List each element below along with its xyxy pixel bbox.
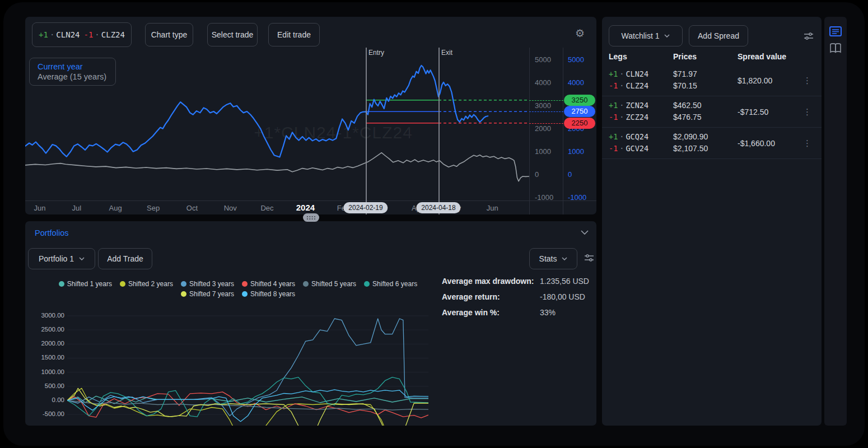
legend-item-label: Shifted 7 years [189,290,234,298]
stats-label: Stats [539,254,557,263]
legend-item[interactable]: Shifted 6 years [364,280,417,288]
y-axis-label-blue: 4000 [568,78,596,87]
watchlist-select-button[interactable]: Watchlist 1 [609,25,683,46]
legend-item[interactable]: Shifted 2 years [120,280,173,288]
legend-item[interactable]: Shifted 4 years [242,280,295,288]
watchlist-legs: +1·ZCN24-1·ZCZ24 [609,100,648,123]
entry-marker-line[interactable] [366,48,367,214]
panel-resize-handle[interactable] [303,213,319,222]
price-value: $462.50 [673,100,702,111]
x-axis-tick: Aug [109,204,122,212]
chart-settings-gear-icon[interactable]: ⚙ [575,27,585,40]
row-menu-kebab-icon[interactable]: ⋮ [803,128,811,158]
add-spread-button[interactable]: Add Spread [689,25,748,46]
watchlist-column-header: Prices [673,52,697,61]
series-line [25,153,529,181]
watchlist-panel: Watchlist 1 Add Spread LegsPricesSpread … [602,17,822,426]
portfolios-collapse-chevron-icon[interactable] [581,230,589,235]
entry-date-tag[interactable]: 2024-02-19 [343,202,388,213]
time-axis[interactable]: 2024-02-192024-04-18JunJulAugSepOctNovDe… [25,200,596,214]
edit-trade-button[interactable]: Edit trade [268,23,320,46]
x-axis-tick: Dec [260,204,273,212]
portfolio-series-line [67,388,428,426]
x-axis-tick: Nov [224,204,237,212]
legend-color-dot [242,291,248,297]
row-menu-kebab-icon[interactable]: ⋮ [803,96,811,127]
price-value: $70.15 [673,80,697,92]
watchlist-settings-sliders-icon[interactable] [804,31,814,41]
watchlist-prices: $2,090.90$2,107.50 [673,131,708,155]
leg-symbol: GCV24 [626,144,648,153]
row-menu-kebab-icon[interactable]: ⋮ [803,65,811,96]
portfolios-title[interactable]: Portfolios [35,228,68,237]
portfolio-series-line [67,390,428,422]
portfolio-chart-legend: Shifted 1 yearsShifted 2 yearsShifted 3 … [53,280,423,298]
y-axis-label-blue: 0 [568,170,596,179]
leg-qty: +1 [609,132,618,141]
y-axis-label-gray: 1000 [535,147,564,156]
add-trade-button[interactable]: Add Trade [98,248,152,269]
watchlist-row[interactable]: +1·ZCN24-1·ZCZ24$462.50$476.75-$712.50⋮ [602,96,822,128]
select-trade-button[interactable]: Select trade [207,23,258,46]
legend-item-label: Shifted 3 years [189,280,234,288]
x-axis-tick: Jun [487,204,498,212]
watchlist-leg: -1·CLZ24 [609,80,648,92]
legend-item[interactable]: Shifted 8 years [242,290,295,298]
x-axis-tick: Jul [72,204,81,212]
portfolio-y-axis-label: 1500.00 [25,354,64,361]
watchlist-leg: +1·ZCN24 [609,100,648,111]
price-value: $476.75 [673,111,702,123]
chart-type-button[interactable]: Chart type [145,23,193,46]
legend-item[interactable]: Shifted 1 years [59,280,112,288]
level-dash-extension [529,100,563,101]
separator-dot: · [618,69,626,78]
legend-item-label: Shifted 2 years [128,280,173,288]
price-value: $2,107.50 [673,143,708,155]
separator-dot: · [618,144,626,153]
stat-label: Average return: [442,292,500,301]
portfolio-select-button[interactable]: Portfolio 1 [28,248,95,269]
price-value: $2,090.90 [673,131,708,143]
legend-color-dot [303,281,309,287]
book-icon[interactable] [829,43,842,54]
x-axis-tick: Jun [34,204,46,212]
chart-type-label: Chart type [151,30,188,39]
portfolio-series-line [67,319,428,416]
leg-qty: -1 [609,113,618,122]
watchlist-view-icon[interactable] [829,26,842,37]
x-axis-tick: Sep [147,204,160,212]
chart-series-legend: Current year Average (15 years) [29,58,116,86]
portfolio-y-axis-label: 1000.00 [25,368,64,375]
chevron-down-icon [664,34,670,38]
exit-date-tag[interactable]: 2024-04-18 [416,202,460,213]
portfolio-y-axis-label: 2500.00 [25,326,64,333]
chevron-down-icon [79,257,85,260]
add-spread-label: Add Spread [698,31,739,40]
right-sidebar-strip [824,17,847,426]
separator-dot: · [618,132,626,141]
y-axis-label-gray: 4000 [535,78,564,87]
portfolio-select-label: Portfolio 1 [39,254,74,263]
watchlist-row[interactable]: +1·GCQ24-1·GCV24$2,090.90$2,107.50-$1,66… [602,128,822,159]
portfolio-settings-sliders-icon[interactable] [584,253,594,263]
separator-dot: · [48,30,56,39]
edit-trade-label: Edit trade [277,30,311,39]
spread-short-qty: -1 [84,30,94,39]
legend-item-label: Shifted 5 years [311,280,356,288]
legend-item[interactable]: Shifted 3 years [181,280,234,288]
y-axis-label-gray: 0 [535,170,564,179]
portfolio-chart[interactable] [67,315,428,426]
stats-dropdown-button[interactable]: Stats [529,248,577,269]
separator-dot: · [93,30,101,39]
legend-item[interactable]: Shifted 7 years [181,290,234,298]
price-label-pill: 2250 [564,118,595,129]
y-axis-label-gray: 5000 [535,55,564,64]
exit-marker-line[interactable] [438,48,440,214]
stat-value: 33% [540,308,556,317]
portfolio-y-axis-label: 500.00 [25,382,64,389]
portfolio-y-axis-label: 2000.00 [25,340,64,347]
legend-item[interactable]: Shifted 5 years [303,280,356,288]
watchlist-row[interactable]: +1·CLN24-1·CLZ24$71.97$70.15$1,820.00⋮ [602,65,822,96]
spread-selector-button[interactable]: +1 · CLN24 -1 · CLZ24 [32,22,132,47]
select-trade-label: Select trade [212,30,254,39]
